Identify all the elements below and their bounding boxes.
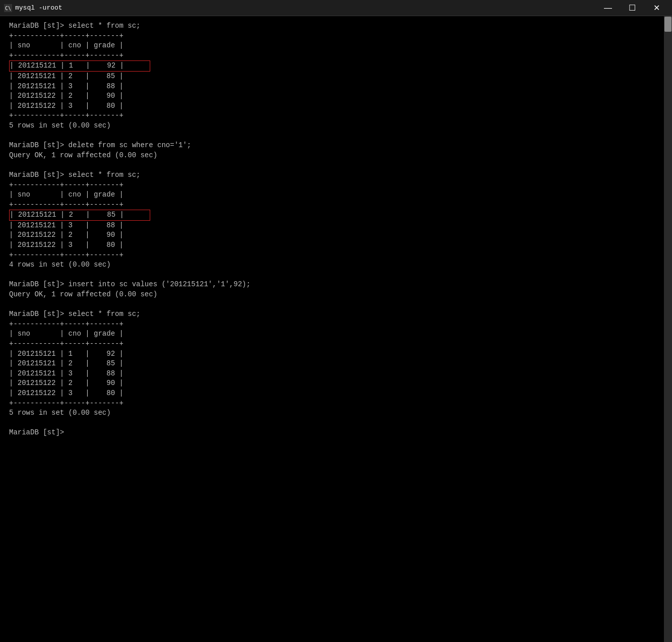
table-separator-mid: +-----------+-----+-------+ <box>9 51 663 61</box>
terminal-content: MariaDB [st]> select * from sc;+--------… <box>4 19 668 450</box>
table-separator: +-----------+-----+-------+ <box>9 180 663 190</box>
result-line: 4 rows in set (0.00 sec) <box>9 260 663 270</box>
blank-line <box>9 418 663 428</box>
svg-text:C\: C\ <box>5 6 11 11</box>
command-line: MariaDB [st]> insert into sc values ('20… <box>9 280 663 290</box>
terminal[interactable]: MariaDB [st]> select * from sc;+--------… <box>0 16 672 642</box>
command-line: MariaDB [st]> delete from sc where cno='… <box>9 141 663 151</box>
window-title: mysql -uroot <box>15 4 63 12</box>
command-line: MariaDB [st]> <box>9 428 663 438</box>
result-line: Query OK, 1 row affected (0.00 sec) <box>9 151 663 161</box>
command-line: MariaDB [st]> select * from sc; <box>9 170 663 180</box>
table-separator: +-----------+-----+-------+ <box>9 319 663 330</box>
result-line: 5 rows in set (0.00 sec) <box>9 121 663 131</box>
table-row: | 201215122 | 3 | 80 | <box>9 240 663 250</box>
scrollbar-thumb[interactable] <box>664 17 671 32</box>
table-row: | 201215122 | 2 | 90 | <box>9 378 663 389</box>
table-separator-bot: +-----------+-----+-------+ <box>9 111 663 121</box>
table-header: | sno | cno | grade | <box>9 190 663 200</box>
command-line: MariaDB [st]> select * from sc; <box>9 309 663 319</box>
blank-line <box>9 131 663 141</box>
table-row: | 201215121 | 2 | 85 | <box>9 359 663 369</box>
blank-line <box>9 160 663 170</box>
table-row: | 201215122 | 3 | 80 | <box>9 101 663 111</box>
table-header: | sno | cno | grade | <box>9 329 663 339</box>
maximize-button[interactable]: ☐ <box>621 0 644 16</box>
table-row: | 201215122 | 2 | 90 | <box>9 91 663 101</box>
table-separator-mid: +-----------+-----+-------+ <box>9 339 663 349</box>
table-row: | 201215121 | 1 | 92 | <box>9 60 150 72</box>
table-row: | 201215122 | 3 | 80 | <box>9 389 663 399</box>
title-bar-controls: — ☐ ✕ <box>596 0 668 16</box>
blank-line <box>9 270 663 280</box>
table-separator-bot: +-----------+-----+-------+ <box>9 399 663 409</box>
blank-line <box>9 438 663 448</box>
title-bar: C\ mysql -uroot — ☐ ✕ <box>0 0 672 16</box>
title-bar-left: C\ mysql -uroot <box>4 4 63 12</box>
minimize-button[interactable]: — <box>596 0 620 16</box>
table-row: | 201215122 | 2 | 90 | <box>9 230 663 240</box>
table-separator-mid: +-----------+-----+-------+ <box>9 200 663 210</box>
table-row: | 201215121 | 3 | 88 | <box>9 221 663 231</box>
result-line: 5 rows in set (0.00 sec) <box>9 408 663 418</box>
close-button[interactable]: ✕ <box>645 0 668 16</box>
command-line: MariaDB [st]> select * from sc; <box>9 21 663 31</box>
result-line: Query OK, 1 row affected (0.00 sec) <box>9 290 663 300</box>
table-row: | 201215121 | 3 | 88 | <box>9 82 663 92</box>
table-header: | sno | cno | grade | <box>9 41 663 51</box>
table-row: | 201215121 | 2 | 85 | <box>9 210 150 221</box>
table-row: | 201215121 | 3 | 88 | <box>9 369 663 379</box>
table-separator: +-----------+-----+-------+ <box>9 31 663 41</box>
app-icon: C\ <box>4 4 12 12</box>
table-row: | 201215121 | 2 | 85 | <box>9 72 663 82</box>
table-separator-bot: +-----------+-----+-------+ <box>9 250 663 261</box>
table-row: | 201215121 | 1 | 92 | <box>9 349 663 359</box>
scrollbar[interactable] <box>664 16 672 642</box>
blank-line <box>9 300 663 310</box>
